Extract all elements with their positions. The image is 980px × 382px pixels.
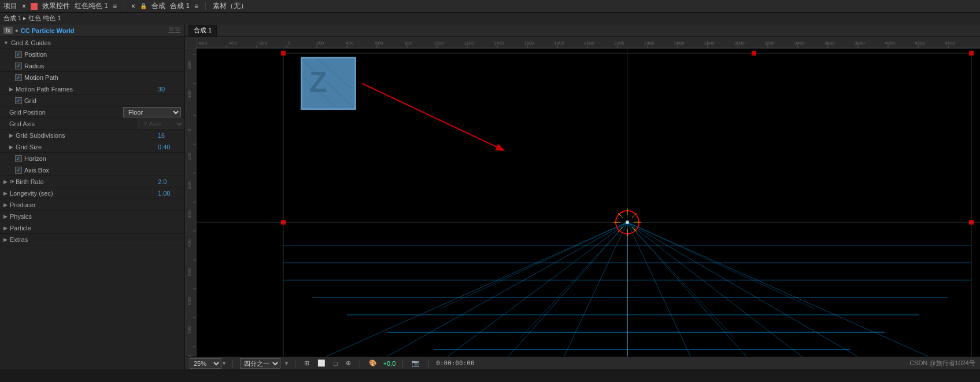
svg-rect-79 (281, 51, 286, 56)
menu-icon-1[interactable]: ≡ (113, 2, 117, 10)
breadcrumb-text: 合成 1 ▸ 红色 纯色 1 (3, 14, 61, 23)
svg-text:1600: 1600 (524, 41, 534, 46)
grid-toggle-btn[interactable]: ⊞ (302, 359, 311, 367)
svg-text:400: 400 (187, 239, 192, 247)
birth-rate-value[interactable]: 2.0 (158, 178, 181, 185)
comp-tab[interactable]: 合成 1 (188, 25, 217, 36)
mask-btn[interactable]: ⬜ (316, 359, 327, 367)
camera-btn[interactable]: 📷 (410, 359, 421, 367)
longevity-row[interactable]: ▶ Longevity (sec) 1.00 (0, 188, 184, 199)
viewport[interactable]: Z (197, 49, 980, 357)
svg-text:-600: -600 (198, 41, 208, 46)
fx-dot: ● (15, 27, 19, 34)
longevity-value[interactable]: 1.00 (158, 190, 181, 197)
project-tab[interactable]: 项目 (3, 1, 17, 11)
svg-text:500: 500 (187, 268, 192, 276)
motion-path-frames-row[interactable]: ▶ Motion Path Frames 30 (0, 83, 184, 95)
divider-tools (360, 359, 360, 368)
watermark-text: CSDN @旅行者1024号 (909, 359, 975, 368)
svg-line-95 (362, 83, 503, 150)
region-btn[interactable]: □ (332, 360, 339, 367)
radius-checkbox[interactable] (15, 63, 22, 69)
svg-text:4200: 4200 (915, 41, 925, 46)
grid-position-select[interactable]: Floor Ceiling Right Wall Left Wall (123, 107, 181, 117)
grid-size-row[interactable]: ▶ Grid Size 0.40 (0, 141, 184, 153)
svg-line-113 (627, 222, 890, 357)
part-arrow: ▶ (3, 225, 8, 231)
physics-row[interactable]: ▶ Physics (0, 211, 184, 222)
radius-label: Radius (24, 63, 44, 69)
horizon-checkbox[interactable] (15, 155, 22, 162)
svg-text:2600: 2600 (674, 41, 685, 46)
grid-subdivisions-value[interactable]: 16 (158, 132, 181, 139)
physics-label: Physics (10, 213, 181, 220)
grid-checkbox[interactable] (15, 97, 22, 104)
fx-menu-icon[interactable]: 三三 (168, 26, 181, 35)
lock-icon[interactable]: 🔒 (140, 3, 147, 9)
exposure-value: +0.0 (383, 360, 396, 367)
svg-text:2400: 2400 (644, 41, 654, 46)
svg-text:800: 800 (187, 355, 192, 357)
svg-text:3800: 3800 (855, 41, 865, 46)
birth-rate-row[interactable]: ▶ ⟳ Birth Rate 2.0 (0, 176, 184, 188)
svg-line-114 (627, 222, 971, 357)
motion-path-frames-label: Motion Path Frames (16, 86, 158, 93)
view-quality-select[interactable]: 四分之一 二分之一 完整 (240, 358, 280, 369)
grid-size-value[interactable]: 0.40 (158, 144, 181, 150)
top-bar: 项目 × 效果控件 红色纯色 1 ≡ × 🔒 合成 合成 1 ≡ 素材（无） (0, 0, 980, 13)
canvas-tabs: 合成 1 (185, 24, 980, 37)
ruler-corner (185, 37, 197, 48)
timecode-display: 0:00:00:00 (436, 359, 474, 367)
producer-row[interactable]: ▶ Producer (0, 199, 184, 211)
collapse-arrow: ▼ (3, 40, 9, 46)
divider-2 (205, 2, 206, 10)
zoom-dropdown-icon[interactable]: ▾ (223, 360, 225, 366)
svg-text:3400: 3400 (794, 41, 805, 46)
crosshair-btn[interactable]: ⊕ (344, 359, 353, 367)
axis-box-row: Axis Box (0, 164, 184, 176)
svg-line-112 (627, 222, 827, 357)
motion-path-checkbox[interactable] (15, 74, 22, 81)
zoom-control[interactable]: 25% 50% 100% ▾ (190, 358, 225, 369)
grid-label: Grid (24, 97, 36, 104)
horizon-row: Horizon (0, 153, 184, 164)
axis-box-checkbox[interactable] (15, 167, 22, 174)
lon-arrow: ▶ (3, 190, 8, 196)
bottom-toolbar: 25% 50% 100% ▾ 四分之一 二分之一 完整 ▾ ⊞ ⬜ □ ⊕ 🎨 … (185, 357, 980, 369)
panel-icon-red (31, 3, 38, 10)
svg-text:2000: 2000 (584, 41, 594, 46)
grid-subdivisions-row[interactable]: ▶ Grid Subdivisions 16 (0, 130, 184, 141)
svg-text:1000: 1000 (434, 41, 444, 46)
position-checkbox[interactable] (15, 51, 22, 58)
svg-text:200: 200 (316, 41, 324, 46)
gsz-arrow: ▶ (9, 144, 13, 150)
motion-path-frames-value[interactable]: 30 (158, 86, 181, 93)
ruler-vertical: -200 -100 0 100 200 300 40 (185, 49, 197, 357)
prod-arrow: ▶ (3, 202, 8, 208)
v-ruler-svg: -200 -100 0 100 200 300 40 (185, 49, 197, 357)
comp-panel-label: 合成 (151, 1, 165, 11)
svg-text:3000: 3000 (734, 41, 745, 46)
menu-icon-2[interactable]: ≡ (194, 2, 198, 10)
particle-row[interactable]: ▶ Particle (0, 222, 184, 234)
axis-box-label: Axis Box (24, 167, 49, 174)
svg-text:200: 200 (187, 181, 192, 189)
close-icon-2[interactable]: × (131, 2, 135, 10)
birth-rate-icon: ⟳ (10, 179, 14, 185)
svg-text:2800: 2800 (704, 41, 715, 46)
svg-line-107 (491, 222, 627, 357)
svg-text:-200: -200 (258, 41, 268, 46)
extras-row[interactable]: ▶ Extras (0, 234, 184, 245)
canvas-main: -200 -100 0 100 200 300 40 (185, 49, 980, 357)
close-icon-1[interactable]: × (22, 2, 26, 10)
divider-color (402, 359, 403, 368)
color-btn[interactable]: 🎨 (367, 359, 379, 367)
ext-arrow: ▶ (3, 237, 8, 243)
svg-text:400: 400 (346, 41, 354, 46)
gs-arrow: ▶ (9, 133, 13, 138)
grid-guides-section[interactable]: ▼ Grid & Guides (0, 37, 184, 49)
svg-text:1800: 1800 (554, 41, 564, 46)
zoom-select[interactable]: 25% 50% 100% (190, 358, 221, 369)
grid-axis-select[interactable]: Y Axis X Axis Z Axis (138, 119, 184, 129)
view-dropdown-icon[interactable]: ▾ (285, 360, 288, 366)
